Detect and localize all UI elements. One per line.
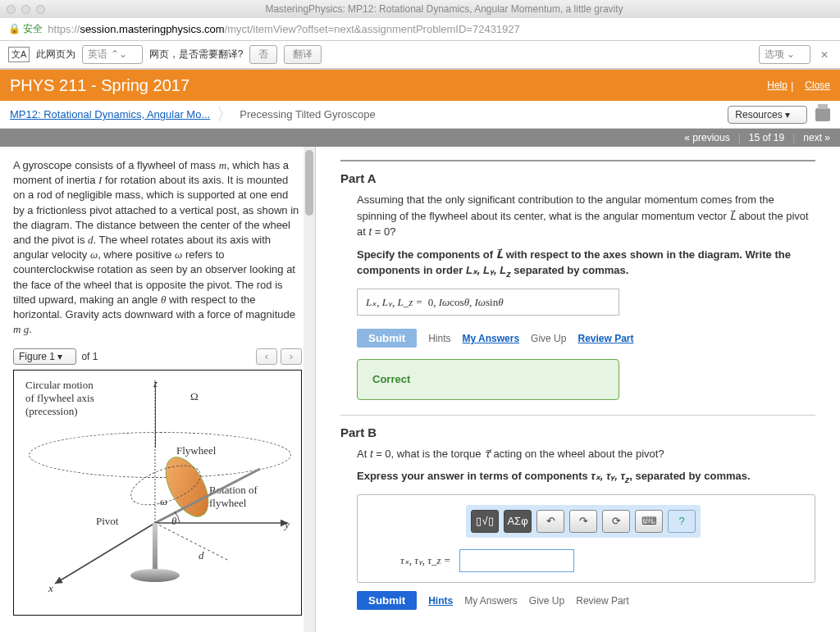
- part-b-q2: Express your answer in terms of componen…: [357, 468, 815, 486]
- figure-label-theta: θ: [171, 515, 176, 528]
- equation-toolbar: ▯√▯ ΑΣφ ↶ ↷ ⟳ ⌨ ?: [466, 505, 701, 538]
- part-a-submit-button[interactable]: Submit: [357, 329, 417, 348]
- url-bar[interactable]: 🔒 安全 https://session.masteringphysics.co…: [0, 18, 840, 41]
- right-pane: Part A Assuming that the only significan…: [316, 147, 840, 632]
- figure-label-y: y: [285, 518, 290, 531]
- print-icon[interactable]: [815, 108, 830, 121]
- part-a-giveup[interactable]: Give Up: [531, 331, 566, 346]
- window-titlebar: MasteringPhysics: MP12: Rotational Dynam…: [0, 0, 840, 18]
- part-a-hints[interactable]: Hints: [428, 331, 450, 346]
- resources-select[interactable]: Resources ▾: [728, 106, 807, 124]
- svg-line-4: [155, 523, 229, 561]
- translate-close-button[interactable]: ✕: [817, 48, 832, 62]
- part-b-q1: At t = 0, what is the torque τ⃗ acting o…: [357, 446, 815, 462]
- undo-button[interactable]: ↶: [536, 510, 564, 533]
- left-pane: A gyroscope consists of a flywheel of ma…: [0, 147, 316, 632]
- part-a-title: Part A: [340, 171, 815, 185]
- figure-next-button[interactable]: ›: [281, 348, 302, 365]
- translate-question: 网页，是否需要翻译?: [149, 48, 244, 61]
- traffic-lights: [7, 5, 45, 14]
- help-button[interactable]: ?: [668, 510, 696, 533]
- part-a-q2: Specify the components of L⃗ with respec…: [357, 247, 815, 280]
- course-header: PHYS 211 - Spring 2017 Help | Close: [0, 70, 840, 101]
- figure-select[interactable]: Figure 1 ▾: [13, 348, 76, 365]
- reset-button[interactable]: ⟳: [602, 510, 630, 533]
- part-a-answer: Lₓ, Lᵧ, L_z = 0, Iωcosθ, Iωsinθ: [357, 289, 619, 316]
- part-a-myanswers[interactable]: My Answers: [463, 331, 520, 346]
- part-b-answer-input[interactable]: [459, 549, 574, 572]
- help-link[interactable]: Help: [767, 80, 788, 91]
- left-scrollbar[interactable]: [304, 147, 315, 632]
- part-b-hints[interactable]: Hints: [428, 593, 453, 608]
- url-text[interactable]: https://session.masteringphysics.com/myc…: [48, 23, 832, 35]
- translate-lang-select[interactable]: 英语 ⌃⌄: [82, 45, 142, 64]
- greek-button[interactable]: ΑΣφ: [504, 510, 532, 533]
- part-b-title: Part B: [340, 425, 815, 439]
- prev-link[interactable]: « previous: [684, 132, 729, 143]
- redo-button[interactable]: ↷: [569, 510, 597, 533]
- keyboard-button[interactable]: ⌨: [635, 510, 663, 533]
- minimize-dot[interactable]: [21, 5, 30, 14]
- scroll-thumb[interactable]: [305, 150, 313, 216]
- part-b-myanswers[interactable]: My Answers: [464, 593, 518, 608]
- nav-position: 15 of 19: [749, 132, 784, 143]
- part-a-review[interactable]: Review Part: [578, 331, 633, 346]
- part-b-review[interactable]: Review Part: [576, 593, 629, 608]
- translate-prefix: 此网页为: [36, 48, 75, 61]
- figure-prev-button[interactable]: ‹: [256, 348, 277, 365]
- zoom-dot[interactable]: [36, 5, 45, 14]
- translate-no-button[interactable]: 否: [249, 45, 277, 64]
- translate-yes-button[interactable]: 翻译: [284, 45, 322, 64]
- breadcrumb-parent[interactable]: MP12: Rotational Dynamics, Angular Mo...: [10, 108, 210, 120]
- part-a-correct: Correct: [357, 359, 619, 400]
- translate-options-select[interactable]: 选项 ⌄: [759, 45, 810, 64]
- part-a-q1: Assuming that the only significant contr…: [357, 192, 815, 240]
- part-b-submit-button[interactable]: Submit: [357, 591, 417, 610]
- figure-of: of 1: [81, 351, 98, 362]
- item-nav-bar: « previous | 15 of 19 | next »: [0, 129, 840, 147]
- stand-post: [153, 523, 158, 572]
- chevron-right-icon: 〉: [217, 103, 233, 125]
- part-b-input-panel: ▯√▯ ΑΣφ ↶ ↷ ⟳ ⌨ ? τₓ, τᵧ, τ_z =: [357, 494, 815, 583]
- close-dot[interactable]: [7, 5, 16, 14]
- course-title: PHYS 211 - Spring 2017: [10, 76, 759, 95]
- fraction-button[interactable]: ▯√▯: [471, 510, 499, 533]
- figure-label-x: x: [48, 582, 53, 595]
- breadcrumb-bar: MP12: Rotational Dynamics, Angular Mo...…: [0, 101, 840, 129]
- figure-label-d: d: [199, 549, 204, 562]
- part-b-giveup[interactable]: Give Up: [529, 593, 564, 608]
- lock-icon: 🔒 安全: [8, 22, 43, 36]
- breadcrumb-current: Precessing Tilted Gyroscope: [240, 108, 375, 120]
- translate-bar: 文A 此网页为 英语 ⌃⌄ 网页，是否需要翻译? 否 翻译 选项 ⌄ ✕: [0, 41, 840, 69]
- figure-bar: Figure 1 ▾ of 1 ‹ ›: [13, 348, 302, 365]
- next-link[interactable]: next »: [803, 132, 830, 143]
- problem-text: A gyroscope consists of a flywheel of ma…: [13, 158, 302, 337]
- window-title: MasteringPhysics: MP12: Rotational Dynam…: [55, 3, 833, 15]
- part-b-lhs: τₓ, τᵧ, τ_z =: [400, 552, 451, 569]
- close-link[interactable]: Close: [805, 80, 830, 91]
- figure-1: Circular motion of flywheel axis (preces…: [13, 370, 302, 616]
- translate-icon: 文A: [8, 47, 30, 62]
